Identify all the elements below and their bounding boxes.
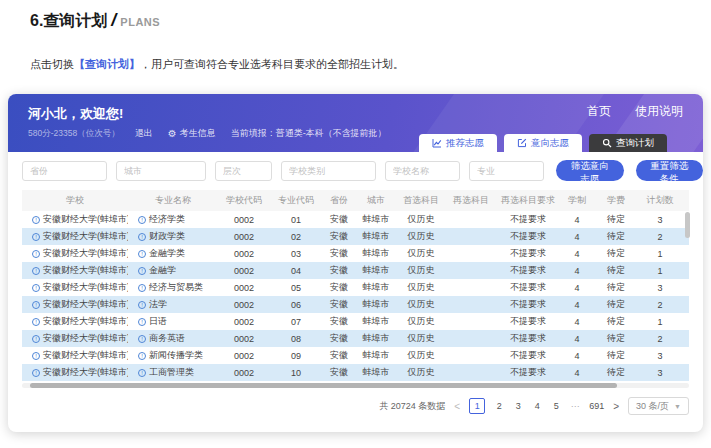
- info-icon[interactable]: !: [138, 369, 146, 377]
- page-number[interactable]: 1: [469, 398, 485, 414]
- page-number[interactable]: 3: [513, 401, 523, 411]
- school-code-cell: 0002: [218, 245, 270, 262]
- tab-bar: 推荐志愿意向志愿查询计划: [419, 134, 667, 152]
- info-icon[interactable]: !: [138, 284, 146, 292]
- school-cell: !安徽财经大学(蚌埠市)(...: [22, 313, 128, 330]
- duration-cell: 4: [560, 279, 594, 296]
- info-icon[interactable]: !: [32, 267, 40, 275]
- table-row[interactable]: !安徽财经大学(蚌埠市)(...!金融学类000203安徽蚌埠市仅历史不提要求4…: [22, 245, 689, 262]
- second-requirement-cell: 不提要求: [496, 330, 560, 347]
- info-icon[interactable]: !: [32, 216, 40, 224]
- second-subject-cell: [446, 313, 496, 330]
- vertical-scrollbar-thumb[interactable]: [685, 212, 690, 238]
- tab-label: 查询计划: [616, 137, 654, 150]
- second-requirement-cell: 不提要求: [496, 347, 560, 364]
- student-info-link[interactable]: ⚙ 考生信息: [168, 127, 216, 140]
- vertical-scrollbar[interactable]: [685, 212, 690, 379]
- table-row[interactable]: !安徽财经大学(蚌埠市)(...!新闻传播学类000209安徽蚌埠市仅历史不提要…: [22, 347, 689, 364]
- reset-filter-button[interactable]: 重置筛选条件: [636, 160, 704, 181]
- second-requirement-cell: 不提要求: [496, 296, 560, 313]
- info-icon[interactable]: !: [138, 267, 146, 275]
- tab-intention[interactable]: 意向志愿: [504, 134, 582, 152]
- filter-input-1[interactable]: [116, 161, 206, 181]
- table-row[interactable]: !安徽财经大学(蚌埠市)(...!法学000206安徽蚌埠市仅历史不提要求4待定…: [22, 296, 689, 313]
- info-icon[interactable]: !: [32, 369, 40, 377]
- top-nav: 首页 使用说明: [587, 103, 683, 120]
- plan-count-cell: 2: [638, 228, 682, 245]
- tuition-cell: 待定: [594, 279, 638, 296]
- table-row[interactable]: !安徽财经大学(蚌埠市)(...!商务英语000208安徽蚌埠市仅历史不提要求4…: [22, 330, 689, 347]
- prev-page-arrow[interactable]: <: [454, 401, 460, 412]
- major-code-cell: 07: [270, 313, 322, 330]
- info-icon[interactable]: !: [32, 284, 40, 292]
- filter-input-3[interactable]: [281, 161, 376, 181]
- table-row[interactable]: !安徽财经大学(蚌埠市)(...!经济学类000201安徽蚌埠市仅历史不提要求4…: [22, 211, 689, 228]
- info-icon[interactable]: !: [138, 233, 146, 241]
- welcome-text: 河小北，欢迎您!: [28, 105, 123, 123]
- filter-input-5[interactable]: [469, 161, 544, 181]
- plan-count-cell: 1: [638, 245, 682, 262]
- horizontal-scrollbar-thumb[interactable]: [30, 383, 617, 388]
- logout-link[interactable]: 退出: [135, 127, 153, 140]
- info-icon[interactable]: !: [32, 352, 40, 360]
- tuition-cell: 待定: [594, 313, 638, 330]
- info-icon[interactable]: !: [138, 352, 146, 360]
- heading-number: 6.: [30, 12, 43, 29]
- table-row[interactable]: !安徽财经大学(蚌埠市)(...!财政学类000202安徽蚌埠市仅历史不提要求4…: [22, 228, 689, 245]
- school-code-cell: 0002: [218, 330, 270, 347]
- second-requirement-cell: 不提要求: [496, 245, 560, 262]
- major-code-cell: 05: [270, 279, 322, 296]
- info-icon[interactable]: !: [32, 318, 40, 326]
- table-row[interactable]: !安徽财经大学(蚌埠市)(...!工商管理类000210安徽蚌埠市仅历史不提要求…: [22, 364, 689, 381]
- info-icon[interactable]: !: [32, 335, 40, 343]
- duration-cell: 4: [560, 330, 594, 347]
- info-icon[interactable]: !: [138, 335, 146, 343]
- info-icon[interactable]: !: [32, 301, 40, 309]
- filter-input-2[interactable]: [215, 161, 272, 181]
- table-row[interactable]: !安徽财经大学(蚌埠市)(...!金融学000204安徽蚌埠市仅历史不提要求4待…: [22, 262, 689, 279]
- table-col-4: 省份: [322, 190, 356, 211]
- info-icon[interactable]: !: [32, 250, 40, 258]
- info-icon[interactable]: !: [32, 233, 40, 241]
- first-subject-cell: 仅历史: [396, 245, 446, 262]
- info-icon[interactable]: !: [138, 250, 146, 258]
- page-size-value: 30 条/页: [636, 400, 669, 413]
- horizontal-scrollbar[interactable]: [22, 383, 689, 388]
- info-icon[interactable]: !: [138, 216, 146, 224]
- page-number[interactable]: 5: [551, 401, 561, 411]
- plans-table: 学校专业名称学校代码专业代码省份城市首选科目再选科目再选科目要求学制学费计划数学…: [22, 190, 689, 381]
- nav-link-help[interactable]: 使用说明: [635, 103, 683, 120]
- duration-cell: 4: [560, 211, 594, 228]
- city-cell: 蚌埠市: [356, 347, 396, 364]
- filter-button[interactable]: 筛选意向志愿: [556, 160, 624, 181]
- city-cell: 蚌埠市: [356, 211, 396, 228]
- school-cell: !安徽财经大学(蚌埠市)(...: [22, 211, 128, 228]
- description-highlight: 【查询计划】: [74, 58, 140, 70]
- table-row[interactable]: !安徽财经大学(蚌埠市)(...!经济与贸易类000205安徽蚌埠市仅历史不提要…: [22, 279, 689, 296]
- duration-cell: 4: [560, 296, 594, 313]
- tuition-cell: 待定: [594, 347, 638, 364]
- city-cell: 蚌埠市: [356, 330, 396, 347]
- province-cell: 安徽: [322, 245, 356, 262]
- tab-recommend[interactable]: 推荐志愿: [419, 134, 497, 152]
- major-code-cell: 01: [270, 211, 322, 228]
- next-page-arrow[interactable]: >: [613, 401, 619, 412]
- page-size-select[interactable]: 30 条/页 ▼: [628, 397, 689, 415]
- first-subject-cell: 仅历史: [396, 211, 446, 228]
- filter-input-0[interactable]: [22, 161, 107, 181]
- major-cell: !日语: [128, 313, 218, 330]
- table-col-0: 学校: [22, 190, 128, 211]
- table-row[interactable]: !安徽财经大学(蚌埠市)(...!日语000207安徽蚌埠市仅历史不提要求4待定…: [22, 313, 689, 330]
- info-icon[interactable]: !: [138, 318, 146, 326]
- info-icon[interactable]: !: [138, 301, 146, 309]
- tab-query-plans[interactable]: 查询计划: [589, 134, 667, 152]
- plan-count-cell: 3: [638, 347, 682, 364]
- first-subject-cell: 仅历史: [396, 364, 446, 381]
- page-number[interactable]: 2: [494, 401, 504, 411]
- filter-input-4[interactable]: [385, 161, 460, 181]
- pagination: 共 20724 条数据 < 12345···691 > 30 条/页 ▼: [379, 397, 689, 415]
- nav-link-home[interactable]: 首页: [587, 103, 611, 120]
- page-number[interactable]: 4: [532, 401, 542, 411]
- page-number[interactable]: 691: [589, 401, 604, 411]
- school-code-cell: 0002: [218, 279, 270, 296]
